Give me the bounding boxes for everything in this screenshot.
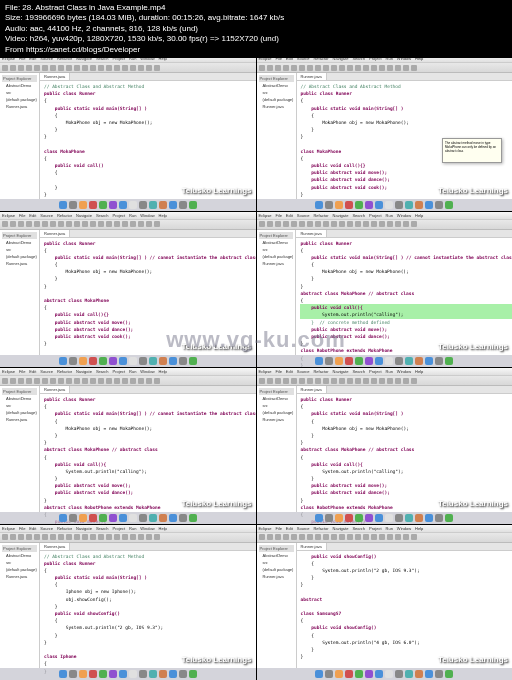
eclipse-toolbar[interactable]	[0, 63, 256, 73]
eclipse-toolbar[interactable]	[257, 533, 513, 543]
menu-item[interactable]: Source	[297, 369, 310, 374]
dock-app-icon[interactable]	[79, 670, 87, 678]
toolbar-icon[interactable]	[122, 221, 128, 227]
tree-item[interactable]: (default package)	[2, 253, 37, 260]
toolbar-icon[interactable]	[66, 65, 72, 71]
toolbar-icon[interactable]	[18, 221, 24, 227]
dock-app-icon[interactable]	[99, 514, 107, 522]
toolbar-icon[interactable]	[18, 378, 24, 384]
toolbar-icon[interactable]	[154, 221, 160, 227]
dock-app-icon[interactable]	[365, 201, 373, 209]
dock-app-icon[interactable]	[69, 514, 77, 522]
mac-dock[interactable]	[0, 512, 256, 524]
menu-item[interactable]: Eclipse	[2, 526, 15, 531]
tree-item[interactable]: AbstractDemo	[2, 239, 37, 246]
toolbar-icon[interactable]	[275, 534, 281, 540]
menu-item[interactable]: Search	[352, 526, 365, 531]
tree-item[interactable]: Runner.java	[259, 103, 294, 110]
tree-item[interactable]: src	[2, 559, 37, 566]
dock-app-icon[interactable]	[415, 670, 423, 678]
toolbar-icon[interactable]	[138, 65, 144, 71]
menu-item[interactable]: Project	[369, 526, 381, 531]
project-explorer[interactable]: Project ExplorerAbstractDemosrc(default …	[0, 543, 40, 669]
tree-item[interactable]: (default package)	[2, 566, 37, 573]
toolbar-icon[interactable]	[154, 534, 160, 540]
toolbar-icon[interactable]	[411, 534, 417, 540]
code-editor[interactable]: Runner.javapublic class Runner{ public s…	[40, 386, 256, 512]
tree-item[interactable]: src	[2, 246, 37, 253]
toolbar-icon[interactable]	[275, 378, 281, 384]
toolbar-icon[interactable]	[90, 65, 96, 71]
dock-app-icon[interactable]	[59, 670, 67, 678]
menu-item[interactable]: Run	[386, 526, 393, 531]
toolbar-icon[interactable]	[34, 221, 40, 227]
dock-app-icon[interactable]	[119, 201, 127, 209]
dock-app-icon[interactable]	[189, 201, 197, 209]
eclipse-toolbar[interactable]	[257, 376, 513, 386]
toolbar-icon[interactable]	[58, 378, 64, 384]
toolbar-icon[interactable]	[106, 65, 112, 71]
dock-app-icon[interactable]	[385, 201, 393, 209]
menu-item[interactable]: Window	[140, 369, 154, 374]
menu-item[interactable]: Run	[129, 526, 136, 531]
toolbar-icon[interactable]	[34, 534, 40, 540]
toolbar-icon[interactable]	[315, 378, 321, 384]
toolbar-icon[interactable]	[82, 534, 88, 540]
menu-item[interactable]: Refactor	[313, 213, 328, 218]
mac-menubar[interactable]: EclipseFileEditSourceRefactorNavigateSea…	[0, 525, 256, 533]
toolbar-icon[interactable]	[146, 221, 152, 227]
menu-item[interactable]: Eclipse	[2, 369, 15, 374]
dock-app-icon[interactable]	[315, 357, 323, 365]
mac-dock[interactable]	[0, 199, 256, 211]
dock-app-icon[interactable]	[345, 201, 353, 209]
menu-item[interactable]: Window	[397, 526, 411, 531]
toolbar-icon[interactable]	[259, 65, 265, 71]
toolbar-icon[interactable]	[299, 65, 305, 71]
dock-app-icon[interactable]	[149, 357, 157, 365]
dock-app-icon[interactable]	[159, 357, 167, 365]
toolbar-icon[interactable]	[74, 65, 80, 71]
menu-item[interactable]: Search	[352, 213, 365, 218]
menu-item[interactable]: File	[19, 369, 25, 374]
dock-app-icon[interactable]	[189, 514, 197, 522]
toolbar-icon[interactable]	[387, 378, 393, 384]
menu-item[interactable]: Search	[96, 526, 109, 531]
toolbar-icon[interactable]	[331, 65, 337, 71]
toolbar-icon[interactable]	[58, 534, 64, 540]
toolbar-icon[interactable]	[339, 65, 345, 71]
code-area[interactable]: public class Runner{ public static void …	[40, 238, 256, 350]
dock-app-icon[interactable]	[139, 201, 147, 209]
toolbar-icon[interactable]	[106, 221, 112, 227]
toolbar-icon[interactable]	[138, 378, 144, 384]
toolbar-icon[interactable]	[315, 221, 321, 227]
toolbar-icon[interactable]	[82, 378, 88, 384]
toolbar-icon[interactable]	[363, 378, 369, 384]
toolbar-icon[interactable]	[267, 65, 273, 71]
toolbar-icon[interactable]	[10, 65, 16, 71]
toolbar-icon[interactable]	[323, 65, 329, 71]
dock-app-icon[interactable]	[375, 670, 383, 678]
toolbar-icon[interactable]	[18, 534, 24, 540]
dock-app-icon[interactable]	[335, 357, 343, 365]
dock-app-icon[interactable]	[385, 514, 393, 522]
dock-app-icon[interactable]	[435, 357, 443, 365]
toolbar-icon[interactable]	[355, 378, 361, 384]
dock-app-icon[interactable]	[189, 357, 197, 365]
tree-item[interactable]: Runner.java	[259, 573, 294, 580]
toolbar-icon[interactable]	[50, 65, 56, 71]
toolbar-icon[interactable]	[371, 65, 377, 71]
toolbar-icon[interactable]	[2, 221, 8, 227]
toolbar-icon[interactable]	[98, 221, 104, 227]
dock-app-icon[interactable]	[189, 670, 197, 678]
toolbar-icon[interactable]	[291, 378, 297, 384]
dock-app-icon[interactable]	[375, 357, 383, 365]
menu-item[interactable]: Window	[140, 526, 154, 531]
dock-app-icon[interactable]	[109, 670, 117, 678]
toolbar-icon[interactable]	[18, 65, 24, 71]
toolbar-icon[interactable]	[371, 534, 377, 540]
toolbar-icon[interactable]	[347, 65, 353, 71]
toolbar-icon[interactable]	[403, 221, 409, 227]
dock-app-icon[interactable]	[149, 514, 157, 522]
toolbar-icon[interactable]	[395, 534, 401, 540]
dock-app-icon[interactable]	[395, 357, 403, 365]
